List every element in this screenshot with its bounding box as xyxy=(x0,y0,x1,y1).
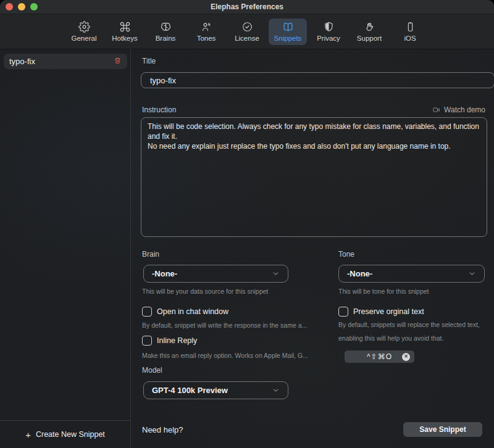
shield-icon xyxy=(323,21,335,33)
hotkey-value: ^⇧⌘O xyxy=(367,352,392,361)
snippet-sidebar: typo-fix + Create New Snippet xyxy=(0,49,131,448)
hand-icon xyxy=(364,21,375,33)
model-select-value: GPT-4 100k Preview xyxy=(152,386,272,395)
tab-privacy[interactable]: Privacy xyxy=(309,19,348,45)
inline-reply-label: Inline Reply xyxy=(157,336,197,345)
tab-privacy-label: Privacy xyxy=(317,35,340,42)
instruction-label: Instruction xyxy=(142,106,176,114)
tab-support-label: Support xyxy=(357,35,382,42)
close-window-button[interactable] xyxy=(6,3,13,10)
chevron-down-icon xyxy=(272,270,280,278)
create-new-snippet-button[interactable]: + Create New Snippet xyxy=(0,420,130,448)
open-chat-checkbox[interactable] xyxy=(142,307,152,317)
tab-hotkeys-label: Hotkeys xyxy=(112,35,138,42)
preferences-window: Elephas Preferences General Hotkeys Brai… xyxy=(0,0,494,448)
open-chat-helper-text: By default, snippet will write the respo… xyxy=(142,321,307,329)
command-icon xyxy=(119,21,131,33)
chevron-down-icon xyxy=(468,270,476,278)
brain-select-value: -None- xyxy=(152,269,272,278)
tab-hotkeys[interactable]: Hotkeys xyxy=(106,19,144,45)
snippet-editor: Title Instruction Watch demo This will b… xyxy=(130,49,494,448)
person-wave-icon xyxy=(201,21,212,33)
window-title: Elephas Preferences xyxy=(211,2,283,11)
tab-tones[interactable]: Tones xyxy=(187,19,225,45)
snippet-item-label: typo-fix xyxy=(9,57,114,66)
tab-snippets-label: Snippets xyxy=(274,35,302,42)
video-icon xyxy=(432,106,441,114)
inline-reply-checkbox[interactable] xyxy=(142,336,152,346)
watch-demo-link[interactable]: Watch demo xyxy=(432,106,485,114)
open-chat-label: Open in chat window xyxy=(157,307,228,316)
tone-label: Tone xyxy=(338,250,354,259)
create-new-snippet-label: Create New Snippet xyxy=(36,430,105,439)
inline-reply-helper-text: Make this an email reply option. Works o… xyxy=(142,352,308,359)
preferences-toolbar: General Hotkeys Brains Tones License Sni… xyxy=(0,14,494,49)
tone-select-value: -None- xyxy=(347,269,468,278)
model-select[interactable]: GPT-4 100k Preview xyxy=(143,381,288,399)
book-icon xyxy=(282,21,294,33)
gear-icon xyxy=(78,21,90,33)
tab-ios-label: iOS xyxy=(404,35,416,42)
brain-helper-text: This will be your data source for this s… xyxy=(142,288,268,295)
need-help-link[interactable]: Need help? xyxy=(142,425,183,434)
plus-icon: + xyxy=(25,429,31,440)
traffic-lights xyxy=(6,3,38,10)
tab-general-label: General xyxy=(72,35,97,42)
preserve-text-checkbox-row[interactable]: Preserve orginal text xyxy=(338,307,424,317)
phone-icon xyxy=(404,21,416,33)
tone-helper-text: This will be tone for this snippet xyxy=(338,288,429,295)
preserve-text-helper-text: By default, snippets will replace the se… xyxy=(338,318,492,345)
clear-hotkey-icon[interactable]: ✕ xyxy=(402,353,410,361)
zoom-window-button[interactable] xyxy=(30,3,38,10)
trash-icon[interactable] xyxy=(114,56,122,67)
tab-license[interactable]: License xyxy=(228,19,266,45)
inline-reply-checkbox-row[interactable]: Inline Reply xyxy=(142,336,197,346)
minimize-window-button[interactable] xyxy=(18,3,25,10)
tab-tones-label: Tones xyxy=(197,35,216,42)
save-snippet-button[interactable]: Save Snippet xyxy=(403,422,482,437)
tab-general[interactable]: General xyxy=(65,19,103,45)
hotkey-recorder[interactable]: ^⇧⌘O ✕ xyxy=(345,351,414,363)
tab-brains[interactable]: Brains xyxy=(146,19,185,45)
snippet-list-item[interactable]: typo-fix xyxy=(4,54,127,69)
instruction-textarea[interactable]: This will be code selection. Always chec… xyxy=(141,117,487,237)
open-chat-checkbox-row[interactable]: Open in chat window xyxy=(142,307,228,317)
tab-support[interactable]: Support xyxy=(350,19,388,45)
brain-select[interactable]: -None- xyxy=(143,265,288,283)
model-label: Model xyxy=(142,366,162,375)
preserve-text-checkbox[interactable] xyxy=(338,307,348,317)
brain-label: Brain xyxy=(142,250,159,259)
tone-select[interactable]: -None- xyxy=(338,265,485,283)
chevron-down-icon xyxy=(272,386,280,394)
tab-snippets[interactable]: Snippets xyxy=(269,19,307,45)
tab-ios[interactable]: iOS xyxy=(391,19,429,45)
watch-demo-label: Watch demo xyxy=(444,106,485,114)
title-label: Title xyxy=(142,57,156,65)
tab-brains-label: Brains xyxy=(156,35,176,42)
tab-license-label: License xyxy=(235,35,259,42)
titlebar: Elephas Preferences xyxy=(0,0,494,14)
seal-check-icon xyxy=(241,21,253,33)
preserve-text-label: Preserve orginal text xyxy=(353,307,424,316)
title-input[interactable] xyxy=(141,72,494,88)
brain-icon xyxy=(160,21,172,33)
